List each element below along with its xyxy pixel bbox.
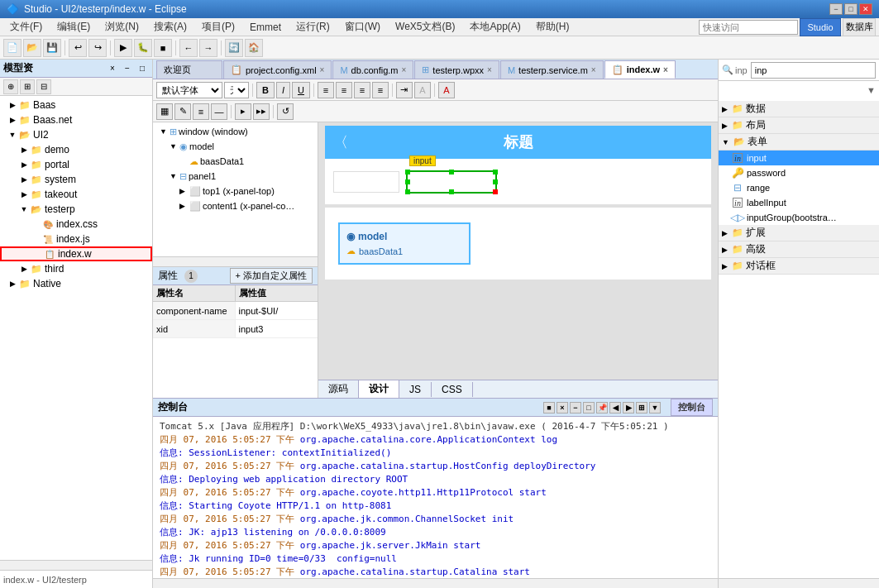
- wt-item-model[interactable]: ▼ ◉ model: [153, 139, 318, 154]
- wt-expand-model[interactable]: ▼: [170, 142, 179, 151]
- right-panel-hscroll[interactable]: [719, 578, 879, 588]
- props-value-xid[interactable]: input3: [236, 320, 318, 337]
- rt-item-input[interactable]: in input: [719, 151, 879, 165]
- toolbar-stop[interactable]: ■: [154, 39, 172, 57]
- console-btn-stop[interactable]: ■: [543, 402, 555, 414]
- maximize-button[interactable]: □: [844, 3, 858, 15]
- rt-group-layout-header[interactable]: ▶ 📁 布局: [719, 117, 879, 134]
- tree-item-baas[interactable]: ▶ 📁 Baas: [0, 98, 152, 112]
- rt-group-extend-header[interactable]: ▶ 📁 扩展: [719, 225, 879, 241]
- wt-expand-window[interactable]: ▼: [160, 127, 170, 136]
- tree-item-indexjs[interactable]: 📜 index.js: [0, 232, 152, 246]
- tree-item-indexw[interactable]: 📋 index.w: [0, 246, 152, 261]
- console-btn-opts[interactable]: ⊞: [636, 402, 647, 414]
- align-left-button[interactable]: ≡: [318, 82, 334, 98]
- toolbar-back[interactable]: ←: [179, 39, 198, 57]
- align-center-button[interactable]: ≡: [336, 82, 352, 98]
- console-hscroll[interactable]: [153, 578, 718, 588]
- handle-bl[interactable]: [405, 189, 410, 194]
- model-tree-collapse[interactable]: ×: [106, 62, 119, 75]
- menu-search[interactable]: 搜索(A): [147, 18, 193, 36]
- menu-window[interactable]: 窗口(W): [338, 18, 387, 36]
- toolbar-forward[interactable]: →: [199, 39, 217, 57]
- tab-indexw[interactable]: 📋 index.w ×: [604, 60, 676, 79]
- tab-project-config[interactable]: 📋 project.config.xml ×: [223, 60, 332, 79]
- tab-welcome[interactable]: 欢迎页: [156, 60, 222, 79]
- tree-expand-portal[interactable]: ▶: [18, 160, 30, 169]
- more-btn1[interactable]: ▸: [235, 103, 251, 120]
- handle-tc[interactable]: [449, 170, 454, 174]
- tree-item-ui2[interactable]: ▼ 📂 UI2: [0, 127, 152, 142]
- tree-item-demo[interactable]: ▶ 📁 demo: [0, 142, 152, 157]
- tree-item-system[interactable]: ▶ 📁 system: [0, 172, 152, 187]
- wt-expand-top1[interactable]: ▶: [179, 187, 189, 195]
- tab-css[interactable]: CSS: [432, 382, 473, 397]
- wt-expand-panel1[interactable]: ▼: [170, 172, 179, 180]
- menu-emmet[interactable]: Emmet: [243, 20, 288, 35]
- italic-button[interactable]: I: [276, 82, 290, 98]
- minus-button[interactable]: —: [211, 103, 227, 120]
- rt-group-form-header[interactable]: ▼ 📂 表单: [719, 134, 879, 151]
- tree-expand-testerp[interactable]: ▼: [18, 205, 30, 213]
- menu-browse[interactable]: 浏览(N): [98, 18, 146, 36]
- tab-testerp-wpxx[interactable]: ⊞ testerp.wpxx ×: [414, 60, 499, 79]
- menu-edit[interactable]: 编辑(E): [50, 18, 97, 36]
- minimize-button[interactable]: −: [829, 3, 843, 15]
- tree-expand-baas[interactable]: ▶: [7, 101, 18, 109]
- tab-close-service[interactable]: ×: [591, 65, 596, 74]
- component-search-input[interactable]: [751, 62, 876, 79]
- indent-button[interactable]: ⇥: [396, 82, 413, 98]
- refresh-btn[interactable]: ↺: [277, 103, 294, 120]
- outdent-button[interactable]: A: [414, 82, 431, 98]
- rt-group-advanced-header[interactable]: ▶ 📁 高级: [719, 241, 879, 258]
- studio-button[interactable]: Studio: [800, 18, 841, 36]
- console-title-tab[interactable]: 控制台: [671, 399, 713, 416]
- rt-group-data-header[interactable]: ▶ 📁 数据: [719, 101, 879, 117]
- tree-expand-third[interactable]: ▶: [18, 265, 30, 273]
- toolbar-open[interactable]: 📂: [23, 39, 41, 57]
- toolbar-save[interactable]: 💾: [43, 39, 61, 57]
- toolbar-undo[interactable]: ↩: [69, 39, 87, 57]
- tree-expand-native[interactable]: ▶: [7, 280, 18, 288]
- handle-br-red[interactable]: [493, 189, 498, 194]
- console-btn-menu[interactable]: ▼: [649, 402, 661, 414]
- toolbar-run[interactable]: ▶: [114, 39, 132, 57]
- console-btn-next[interactable]: ▶: [623, 402, 634, 414]
- console-btn-prev[interactable]: ◀: [609, 402, 621, 414]
- toolbar-debug[interactable]: 🐛: [134, 39, 152, 57]
- tree-expand-takeout[interactable]: ▶: [18, 190, 30, 198]
- console-btn-max[interactable]: □: [583, 402, 595, 414]
- wt-expand-content1[interactable]: ▶: [179, 202, 189, 210]
- props-value-component[interactable]: input-$UI/: [236, 302, 318, 319]
- console-btn-close[interactable]: ×: [557, 402, 568, 414]
- rt-item-password[interactable]: 🔑 password: [719, 165, 879, 180]
- tree-item-indexcss[interactable]: 🎨 index.css: [0, 217, 152, 232]
- handle-tl[interactable]: [405, 170, 410, 174]
- more-btn2[interactable]: ▸▸: [253, 103, 270, 120]
- close-button[interactable]: ✕: [859, 3, 872, 15]
- tab-dbconfig[interactable]: M db.config.m ×: [332, 60, 413, 79]
- wt-item-content1[interactable]: ▶ ⬜ content1 (x-panel-co…: [153, 198, 318, 213]
- toolbar-new[interactable]: 📄: [3, 39, 21, 57]
- tree-expand-demo[interactable]: ▶: [18, 146, 30, 154]
- tree-item-third[interactable]: ▶ 📁 third: [0, 261, 152, 276]
- console-btn-min[interactable]: −: [570, 402, 581, 414]
- toolbar-refresh[interactable]: 🔄: [225, 39, 243, 57]
- bold-button[interactable]: B: [256, 82, 275, 98]
- tab-source[interactable]: 源码: [318, 380, 359, 398]
- underline-button[interactable]: U: [292, 82, 310, 98]
- tab-testerp-service[interactable]: M testerp.service.m ×: [500, 60, 604, 79]
- handle-bc[interactable]: [449, 189, 454, 194]
- add-custom-attr-button[interactable]: + 添加自定义属性: [230, 268, 313, 284]
- tree-item-baasnet[interactable]: ▶ 📁 Baas.net: [0, 112, 152, 127]
- pencil-button[interactable]: ✎: [174, 103, 191, 120]
- menu-file[interactable]: 文件(F): [3, 18, 49, 36]
- menu-run[interactable]: 运行(R): [289, 18, 337, 36]
- rt-item-labelinput[interactable]: in labelInput: [719, 195, 879, 210]
- menu-wex5docs[interactable]: WeX5文档(B): [389, 18, 461, 36]
- wt-item-window[interactable]: ▼ ⊞ window (window): [153, 124, 318, 139]
- align-right-button[interactable]: ≡: [354, 82, 370, 98]
- align-justify-button[interactable]: ≡: [372, 82, 389, 98]
- tab-close-db[interactable]: ×: [401, 65, 406, 74]
- rt-item-range[interactable]: ⊟ range: [719, 180, 879, 195]
